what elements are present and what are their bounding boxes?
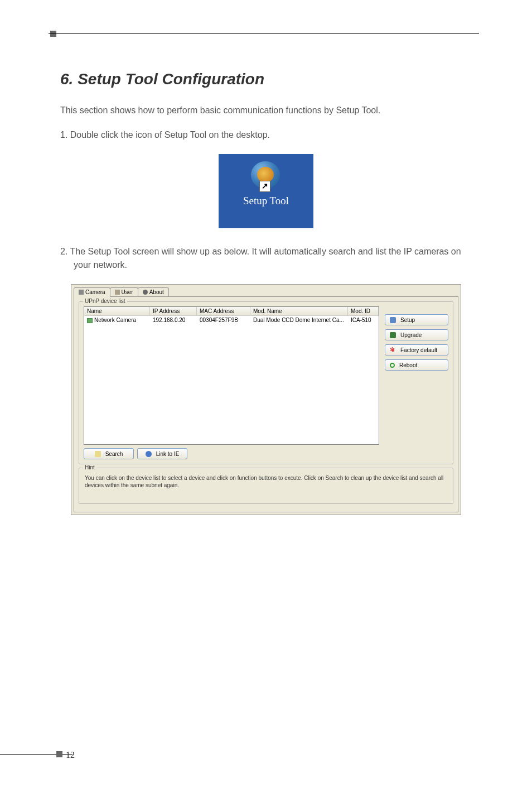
factory-button-label: Factory default [400, 347, 437, 353]
column-mac[interactable]: MAC Address [197, 307, 250, 316]
column-ip[interactable]: IP Address [150, 307, 197, 316]
link-to-ie-button[interactable]: Link to IE [137, 448, 187, 459]
setup-tool-icon-figure: ↗ Setup Tool [60, 154, 472, 228]
tab-camera[interactable]: Camera [74, 287, 110, 297]
setup-tool-icon: ↗ Setup Tool [219, 154, 313, 228]
column-mod-id[interactable]: Mod. ID [348, 307, 379, 316]
cell-mac: 00304F257F9B [197, 316, 250, 324]
tab-bar: Camera User About [74, 287, 458, 296]
reboot-button[interactable]: Reboot [385, 359, 448, 371]
cell-name: Network Camera [84, 316, 150, 324]
power-icon [390, 363, 395, 368]
search-button-label: Search [105, 451, 123, 457]
factory-icon [390, 347, 396, 353]
side-button-panel: Setup Upgrade Factory default Reboo [385, 306, 448, 445]
device-list-header: Name IP Address MAC Address Mod. Name Mo… [84, 307, 379, 316]
factory-default-button[interactable]: Factory default [385, 344, 448, 355]
table-row[interactable]: Network Camera 192.168.0.20 00304F257F9B… [84, 316, 379, 324]
upgrade-button-label: Upgrade [400, 332, 422, 338]
bottom-button-row: Search Link to IE [84, 448, 448, 459]
user-icon [115, 290, 120, 295]
ie-icon [146, 451, 152, 457]
cell-ip: 192.168.0.20 [150, 316, 197, 324]
camera-row-icon [87, 318, 93, 323]
setup-button-label: Setup [400, 317, 415, 323]
setup-tool-icon-label: Setup Tool [219, 195, 313, 207]
step-1: 1. Double click the icon of Setup Tool o… [60, 128, 472, 142]
tab-content: UPnP device list Name IP Address MAC Add… [74, 296, 458, 512]
cell-mod-id: ICA-510 [348, 316, 379, 324]
tab-camera-label: Camera [85, 289, 105, 295]
tab-user-label: User [122, 289, 133, 295]
device-list[interactable]: Name IP Address MAC Address Mod. Name Mo… [84, 306, 379, 445]
hint-text: You can click on the device list to sele… [84, 473, 448, 499]
tab-user[interactable]: User [110, 287, 138, 296]
reboot-button-label: Reboot [399, 362, 417, 368]
page-decor-line-top [49, 33, 479, 34]
search-button[interactable]: Search [84, 448, 134, 459]
setup-button[interactable]: Setup [385, 314, 448, 325]
hint-groupbox-label: Hint [83, 464, 96, 470]
column-mod-name[interactable]: Mod. Name [250, 307, 348, 316]
tab-about[interactable]: About [138, 287, 169, 296]
section-heading: 6. Setup Tool Configuration [60, 70, 472, 88]
shortcut-overlay-icon: ↗ [259, 181, 270, 192]
setup-tool-shell-icon: ↗ [251, 161, 282, 189]
column-name[interactable]: Name [84, 307, 150, 316]
about-icon [143, 290, 148, 295]
setup-tool-window: Camera User About UPnP device list Name … [71, 284, 461, 515]
intro-paragraph: This section shows how to perform basic … [60, 104, 472, 117]
tab-about-label: About [149, 289, 164, 295]
link-button-label: Link to IE [156, 451, 180, 457]
page-number: 12 [66, 750, 75, 760]
upnp-groupbox-label: UPnP device list [83, 298, 127, 304]
upnp-groupbox: UPnP device list Name IP Address MAC Add… [79, 301, 453, 464]
page-decor-marker-bottom [56, 751, 62, 757]
upgrade-icon [390, 332, 396, 338]
step-2: 2. The Setup Tool screen will show up as… [60, 245, 472, 272]
wrench-icon [390, 317, 396, 323]
search-icon [95, 451, 101, 457]
hint-groupbox: Hint You can click on the device list to… [79, 468, 453, 504]
cell-mod-name: Dual Mode CCD Dome Internet Ca... [250, 316, 348, 324]
upgrade-button[interactable]: Upgrade [385, 329, 448, 340]
camera-icon [79, 290, 84, 295]
